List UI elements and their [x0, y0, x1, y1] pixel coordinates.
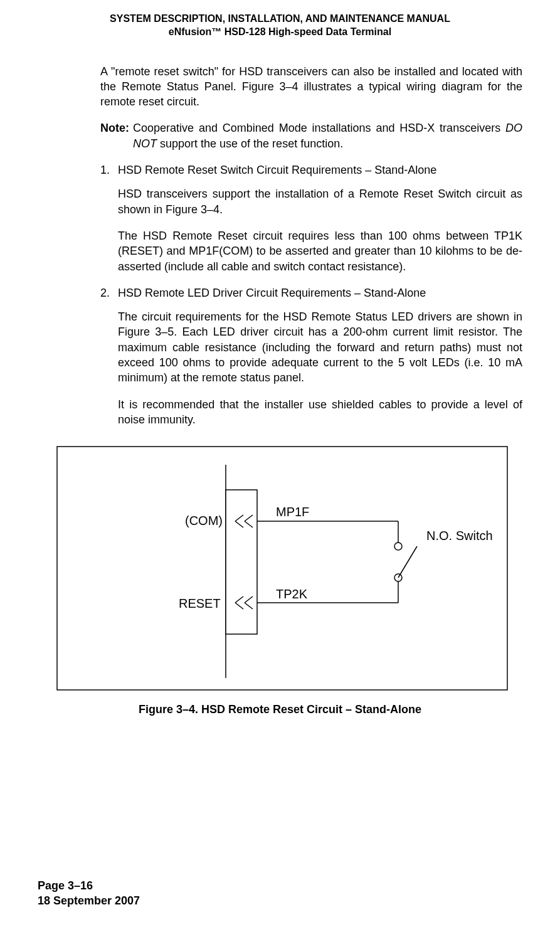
header-line1: SYSTEM DESCRIPTION, INSTALLATION, AND MA…	[38, 13, 522, 26]
intro-paragraph: A "remote reset switch" for HSD transcei…	[100, 64, 522, 110]
content-body: A "remote reset switch" for HSD transcei…	[100, 64, 522, 428]
figure-block: (COM) RESET MP1F TP2K N.O. Switch Figure…	[56, 446, 504, 716]
note-label: Note:	[100, 120, 129, 151]
item1-p1: HSD transceivers support the installatio…	[118, 186, 522, 217]
item2-body: The circuit requirements for the HSD Rem…	[118, 309, 522, 427]
svg-point-13	[394, 543, 402, 550]
label-mp1f: MP1F	[276, 505, 309, 519]
wiring-diagram: (COM) RESET MP1F TP2K N.O. Switch	[56, 446, 508, 691]
item1-p2: The HSD Remote Reset circuit requires le…	[118, 228, 522, 274]
svg-rect-2	[226, 490, 257, 634]
item2-p2: It is recommended that the installer use…	[118, 397, 522, 428]
item2-number: 2.	[100, 285, 118, 300]
svg-rect-0	[57, 447, 507, 690]
label-com: (COM)	[185, 514, 223, 527]
svg-line-15	[398, 546, 417, 578]
item1-number: 1.	[100, 162, 118, 177]
note-block: Note: Cooperative and Combined Mode inst…	[100, 120, 522, 151]
label-switch: N.O. Switch	[426, 529, 493, 543]
note-text: Cooperative and Combined Mode installati…	[133, 120, 522, 151]
header-line2: eNfusion™ HSD-128 High-speed Data Termin…	[38, 26, 522, 39]
page-footer: Page 3–16 18 September 2007	[38, 879, 140, 908]
footer-date: 18 September 2007	[38, 894, 140, 908]
label-tp2k: TP2K	[276, 587, 308, 601]
item1-body: HSD transceivers support the installatio…	[118, 186, 522, 273]
figure-caption: Figure 3–4. HSD Remote Reset Circuit – S…	[56, 703, 504, 716]
item2-title: HSD Remote LED Driver Circuit Requiremen…	[118, 285, 426, 300]
item2-p1: The circuit requirements for the HSD Rem…	[118, 309, 522, 385]
list-item-1: 1. HSD Remote Reset Switch Circuit Requi…	[100, 162, 522, 177]
note-after: support the use of the reset function.	[157, 137, 343, 150]
list-item-2: 2. HSD Remote LED Driver Circuit Require…	[100, 285, 522, 300]
label-reset: RESET	[179, 596, 221, 610]
note-before: Cooperative and Combined Mode installati…	[133, 122, 505, 134]
item1-title: HSD Remote Reset Switch Circuit Requirem…	[118, 162, 436, 177]
footer-page: Page 3–16	[38, 879, 140, 893]
doc-header: SYSTEM DESCRIPTION, INSTALLATION, AND MA…	[38, 13, 522, 39]
